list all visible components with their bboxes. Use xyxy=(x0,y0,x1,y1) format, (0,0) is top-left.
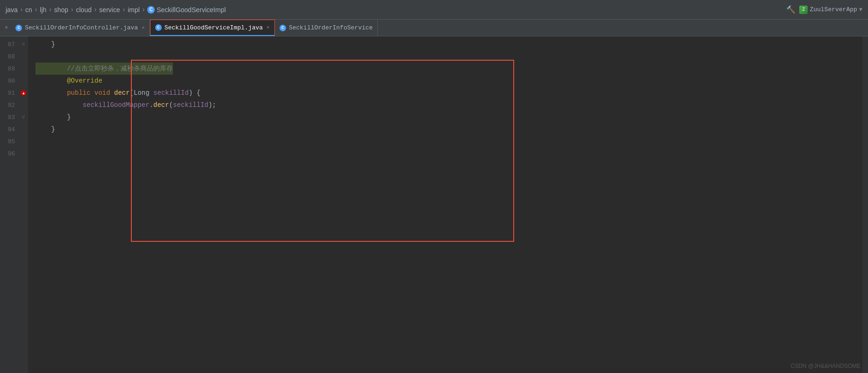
code-line-92: seckillGoodMapper.decr(seckillId); xyxy=(36,99,862,111)
line-row-92: 92 xyxy=(0,99,28,111)
tab-seckill-good-service-impl[interactable]: C SeckillGoodServiceImpl.java × xyxy=(150,20,275,36)
tab-icon-3: C xyxy=(280,25,286,31)
code-line-95 xyxy=(36,135,862,148)
fold-icon-87[interactable]: ▽ xyxy=(22,42,25,47)
tab-icon-1: C xyxy=(15,25,22,31)
line-number-92: 92 xyxy=(0,102,19,109)
line-number-89: 89 xyxy=(0,65,19,72)
code-line-96 xyxy=(36,148,862,160)
breadcrumb-bar: java › cn › ljh › shop › cloud › service… xyxy=(0,0,868,20)
line-row-87: 87 ▽ xyxy=(0,38,28,50)
tab-seckill-order-info-controller[interactable]: C SeckillOrderInfoController.java × xyxy=(11,20,150,36)
run-config[interactable]: Z ZuulServerApp ▼ xyxy=(799,6,862,14)
scrollbar[interactable] xyxy=(862,36,868,373)
line-number-90: 90 xyxy=(0,77,19,84)
code-area[interactable]: } //点击立即秒杀，减秒杀商品的库存 @Override public voi… xyxy=(28,36,862,373)
editor-area: 87 ▽ 88 89 90 91 xyxy=(0,36,868,373)
line-row-90: 90 xyxy=(0,75,28,87)
code-line-88 xyxy=(36,50,862,63)
tab-icon-2: C xyxy=(155,24,162,31)
tab-close-1[interactable]: × xyxy=(142,25,145,31)
fold-icon-93[interactable]: ▽ xyxy=(22,114,25,120)
class-icon: C xyxy=(147,6,155,14)
tab-seckill-order-info-service[interactable]: C SeckillOrderInfoService xyxy=(275,20,378,36)
line-row-93: 93 ▽ xyxy=(0,111,28,123)
line-number-96: 96 xyxy=(0,150,19,157)
tab-label-1: SeckillOrderInfoController.java xyxy=(25,24,138,31)
line-number-94: 94 xyxy=(0,126,19,133)
breadcrumb-java[interactable]: java xyxy=(6,6,18,14)
breadcrumb-shop[interactable]: shop xyxy=(54,6,68,14)
line-number-91: 91 xyxy=(0,90,19,97)
line-row-96: 96 xyxy=(0,148,28,160)
code-line-94: } xyxy=(36,123,862,135)
tab-close-2[interactable]: × xyxy=(266,25,270,30)
zuul-icon: Z xyxy=(799,6,808,14)
line-row-94: 94 xyxy=(0,123,28,135)
breakpoint-91[interactable]: ▲ xyxy=(21,90,26,96)
breadcrumb-impl[interactable]: impl xyxy=(128,6,140,14)
run-config-label: ZuulServerApp xyxy=(810,6,857,13)
code-line-89: //点击立即秒杀，减秒杀商品的库存 xyxy=(36,63,862,75)
breadcrumb-cn[interactable]: cn xyxy=(25,6,32,14)
line-number-88: 88 xyxy=(0,53,19,60)
code-line-87: } xyxy=(36,38,862,50)
line-number-87: 87 xyxy=(0,41,19,48)
line-row-89: 89 xyxy=(0,63,28,75)
code-line-91: public void decr(Long seckillId) { xyxy=(36,87,862,99)
breadcrumb-class[interactable]: C SeckillGoodServiceImpl xyxy=(147,6,226,14)
dropdown-arrow-icon: ▼ xyxy=(859,7,862,13)
gutter-icons-93: ▽ xyxy=(19,114,28,120)
line-number-gutter: 87 ▽ 88 89 90 91 xyxy=(0,36,28,373)
breadcrumb-service[interactable]: service xyxy=(99,6,120,14)
line-row-91: 91 ▲ xyxy=(0,87,28,99)
code-line-90: @Override xyxy=(36,75,862,87)
line-number-95: 95 xyxy=(0,138,19,145)
gutter-icons-91: ▲ xyxy=(19,90,28,96)
tab-label-2: SeckillGoodServiceImpl.java xyxy=(165,24,263,31)
tab-close-left-button[interactable]: × xyxy=(2,20,11,36)
line-row-95: 95 xyxy=(0,135,28,148)
gutter-icons-87: ▽ xyxy=(19,42,28,47)
line-row-88: 88 xyxy=(0,50,28,63)
breakpoint-arrow-icon: ▲ xyxy=(22,91,25,95)
watermark: CSDN @JH&&HANDSOME xyxy=(790,363,861,369)
code-line-93: } xyxy=(36,111,862,123)
breadcrumb-ljh[interactable]: ljh xyxy=(40,6,46,14)
line-number-93: 93 xyxy=(0,114,19,121)
ide-container: java › cn › ljh › shop › cloud › service… xyxy=(0,0,868,373)
tab-bar: × C SeckillOrderInfoController.java × C … xyxy=(0,20,868,36)
hammer-icon: 🔨 xyxy=(786,5,796,14)
breadcrumb-cloud[interactable]: cloud xyxy=(76,6,91,14)
tab-label-3: SeckillOrderInfoService xyxy=(289,24,373,31)
breadcrumb-right: 🔨 Z ZuulServerApp ▼ xyxy=(786,5,862,14)
